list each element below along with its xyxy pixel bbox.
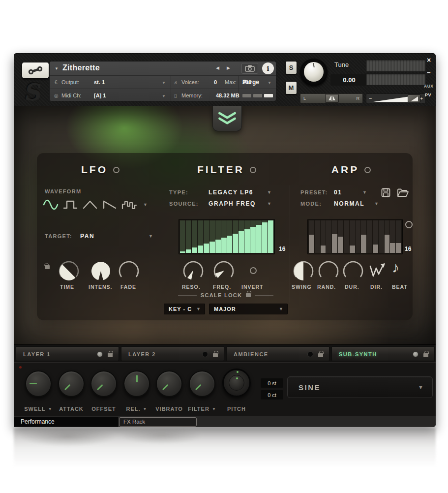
filter-type-caret-icon[interactable]: ▼ [267, 190, 271, 195]
max-value[interactable]: 200 [242, 76, 251, 89]
info-button[interactable]: i [262, 62, 274, 74]
arp-mode-label: MODE: [300, 201, 322, 207]
pan-slider-handle[interactable] [325, 94, 339, 103]
load-preset-folder-icon[interactable] [397, 188, 409, 197]
title-caret-icon[interactable]: ▼ [55, 66, 59, 71]
filter-power-toggle[interactable] [250, 167, 256, 173]
layer-tab-ambience[interactable]: AMBIENCE [226, 346, 329, 361]
arp-power-toggle[interactable] [364, 167, 371, 173]
instrument-header: S ▼ Zitherette ◀ ▶ i € [14, 53, 436, 106]
release-caret-icon[interactable]: ▼ [143, 407, 148, 411]
instrument-title[interactable]: Zitherette [62, 63, 100, 72]
filter-source-value[interactable]: GRAPH FREQ [209, 200, 256, 207]
layer-tab-sub-synth[interactable]: SUB-SYNTH [331, 346, 435, 361]
pitch-knob[interactable] [222, 369, 251, 397]
duration-knob[interactable] [342, 260, 364, 282]
tab-fx-rack[interactable]: FX Rack [119, 417, 197, 427]
output-caret-icon[interactable]: ▼ [162, 81, 166, 85]
tune-knob[interactable] [300, 59, 328, 86]
tab-performance[interactable]: Performance [14, 417, 118, 427]
layer-activity-led[interactable] [97, 351, 103, 357]
performance-controls-section: SWELL ▼ ATTACK OFFSET REL. ▼ VIBRATO FIL… [14, 362, 436, 416]
swing-knob[interactable] [293, 260, 314, 282]
midi-value[interactable]: [A] 1 [94, 89, 106, 102]
scale-lock-label: SCALE LOCK [201, 292, 242, 298]
beat-note-icon[interactable]: ♪ [392, 259, 399, 276]
waveform-triangle-button[interactable] [81, 197, 99, 212]
arp-preset-caret-icon[interactable]: ▼ [362, 190, 367, 195]
arp-preset-value[interactable]: 01 [334, 189, 342, 196]
sub-synth-waveform-dropdown[interactable]: SINE ▼ [287, 376, 433, 398]
attack-knob[interactable] [58, 370, 85, 397]
vibrato-knob[interactable] [156, 370, 182, 397]
next-instrument-icon[interactable]: ▶ [227, 65, 230, 70]
offset-knob[interactable] [90, 370, 117, 397]
intensity-knob[interactable] [90, 260, 112, 282]
lfo-lock-toggle[interactable] [45, 265, 50, 269]
waveform-random-button[interactable] [120, 197, 138, 212]
direction-icon[interactable] [368, 261, 388, 281]
target-value[interactable]: PAN [80, 233, 94, 240]
solo-button[interactable]: S [285, 61, 297, 74]
layer-activity-led[interactable] [202, 351, 208, 357]
pan-slider[interactable]: L R [300, 93, 363, 103]
frequency-knob[interactable] [213, 260, 235, 282]
arp-step-graph[interactable] [307, 219, 403, 254]
scale-type-dropdown[interactable]: MAJOR ▼ [209, 304, 288, 314]
midi-caret-icon[interactable]: ▼ [162, 94, 166, 98]
pitch-ring-marker [237, 371, 239, 373]
pitch-cent-value[interactable]: 0 ct [261, 390, 283, 400]
volume-slider-handle[interactable] [408, 94, 420, 102]
layer-lock-icon[interactable] [423, 353, 428, 357]
scale-lock-icon[interactable] [246, 293, 251, 297]
close-icon[interactable]: × [427, 56, 431, 64]
resonance-knob[interactable] [182, 260, 204, 282]
swell-knob[interactable] [25, 370, 52, 397]
collapse-panel-button[interactable] [212, 106, 242, 131]
save-preset-icon[interactable] [381, 188, 390, 197]
layer-lock-icon[interactable] [213, 353, 218, 357]
waveform-saw-button[interactable] [101, 197, 119, 212]
filter-source-caret-icon[interactable]: ▼ [267, 201, 271, 206]
layer-lock-icon[interactable] [108, 353, 113, 357]
target-caret-icon[interactable]: ▼ [149, 234, 153, 239]
soundiron-logo: S [18, 79, 49, 105]
layer-activity-led[interactable] [413, 351, 418, 357]
release-knob[interactable] [123, 370, 150, 397]
time-knob[interactable] [58, 260, 80, 282]
output-value[interactable]: st. 1 [94, 76, 105, 89]
prev-instrument-icon[interactable]: ◀ [216, 65, 219, 70]
filter-step-graph[interactable] [179, 219, 275, 254]
swell-caret-icon[interactable]: ▼ [48, 407, 53, 411]
aux-button[interactable]: AUX [424, 84, 433, 89]
filter-caret-icon[interactable]: ▼ [212, 407, 216, 411]
layer-activity-led[interactable] [307, 351, 313, 357]
volume-slider[interactable]: − + [366, 93, 426, 103]
layer-tab-layer1[interactable]: LAYER 1 [16, 346, 119, 361]
edit-wrench-button[interactable] [22, 62, 49, 79]
arp-mode-value[interactable]: NORMAL [334, 200, 364, 207]
pitch-semitone-value[interactable]: 0 st [261, 378, 283, 388]
scale-key-dropdown[interactable]: KEY - C ▼ [164, 304, 205, 314]
waveform-sine-button[interactable] [42, 197, 60, 212]
tune-value[interactable]: 0.00 [330, 74, 368, 86]
filter-knob[interactable] [189, 370, 215, 397]
waveform-square-button[interactable] [61, 197, 79, 212]
double-chevron-down-icon [216, 112, 238, 125]
waveform-caret-icon[interactable]: ▼ [143, 202, 148, 207]
divider [164, 185, 164, 303]
fade-knob[interactable] [118, 260, 140, 282]
lfo-power-toggle[interactable] [113, 167, 119, 173]
layer-tab-layer2[interactable]: LAYER 2 [121, 346, 224, 361]
snapshot-camera-button[interactable] [241, 63, 258, 74]
memory-icon: ▯ [174, 89, 177, 102]
pv-button[interactable]: PV [425, 92, 431, 97]
arp-mode-caret-icon[interactable]: ▼ [374, 201, 379, 206]
arp-graph-toggle[interactable] [405, 221, 413, 228]
filter-type-value[interactable]: LEGACY LP6 [209, 189, 253, 196]
minimize-icon[interactable]: − [427, 69, 431, 76]
random-knob[interactable] [318, 260, 339, 282]
invert-toggle[interactable] [250, 267, 257, 274]
mute-button[interactable]: M [285, 81, 297, 94]
layer-lock-icon[interactable] [318, 353, 323, 357]
